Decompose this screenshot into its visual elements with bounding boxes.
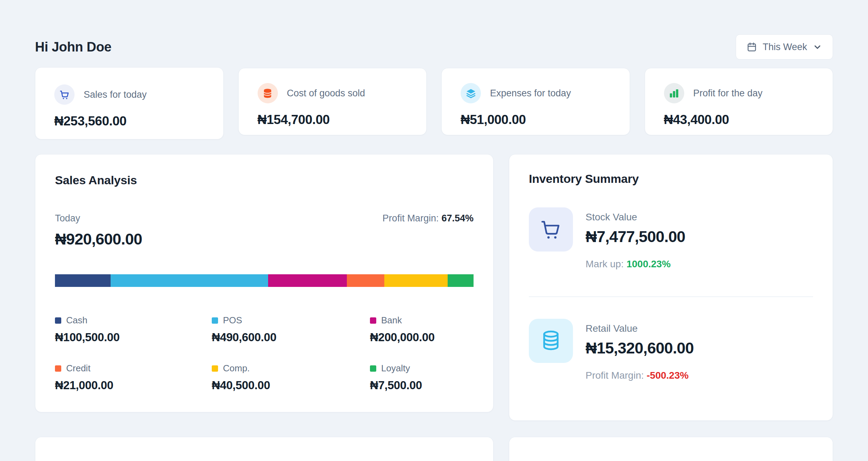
bar-segment-comp: [384, 274, 448, 287]
date-range-button[interactable]: This Week: [736, 34, 833, 60]
divider: [529, 296, 813, 297]
legend-label: Cash: [66, 315, 88, 326]
stats-row: Sales for today ₦253,560.00 Cost of good…: [35, 68, 833, 139]
sales-legend: Cash ₦100,500.00 POS ₦490,600.00 Bank: [55, 315, 474, 392]
stat-card-expenses: Expenses for today ₦51,000.00: [441, 68, 630, 135]
legend-item-cash: Cash ₦100,500.00: [55, 315, 212, 344]
retail-profit-margin-row: Profit Margin:-500.23%: [586, 370, 694, 381]
mark-up-label: Mark up:: [586, 259, 624, 269]
stat-card-profit: Profit for the day ₦43,400.00: [645, 68, 833, 135]
legend-value: ₦100,500.00: [55, 331, 212, 344]
date-range-label: This Week: [763, 42, 807, 53]
stat-value: ₦51,000.00: [461, 112, 611, 127]
stat-label: Profit for the day: [693, 88, 763, 99]
stat-value: ₦154,700.00: [258, 112, 408, 127]
bar-chart-icon: [664, 83, 684, 103]
legend-swatch-credit: [55, 365, 61, 372]
bar-segment-loyalty: [448, 274, 474, 287]
page-title: Hi John Doe: [35, 40, 111, 55]
legend-swatch-pos: [212, 317, 218, 324]
legend-swatch-loyalty: [370, 365, 376, 372]
retail-profit-margin-label: Profit Margin:: [586, 370, 644, 381]
database-icon: [258, 83, 278, 103]
legend-value: ₦40,500.00: [212, 379, 370, 392]
legend-value: ₦7,500.00: [370, 379, 474, 392]
profit-margin-row: Profit Margin:67.54%: [383, 213, 474, 224]
legend-item-credit: Credit ₦21,000.00: [55, 363, 212, 392]
layers-icon: [461, 83, 481, 103]
stat-card-cogs: Cost of goods sold ₦154,700.00: [238, 68, 427, 135]
mark-up-row: Mark up:1000.23%: [586, 259, 685, 270]
main-content: Sales Analysis Today ₦920,600.00 Profit …: [35, 154, 833, 421]
legend-item-loyalty: Loyalty ₦7,500.00: [370, 363, 474, 392]
retail-value-label: Retail Value: [586, 323, 694, 334]
chevron-down-icon: [813, 42, 822, 52]
stock-value-label: Stock Value: [586, 212, 685, 223]
sales-total-value: ₦920,600.00: [55, 230, 142, 248]
cart-icon: [54, 84, 75, 105]
legend-value: ₦490,600.00: [212, 331, 370, 344]
legend-value: ₦200,000.00: [370, 331, 474, 344]
cart-icon: [529, 207, 573, 252]
profit-margin-label: Profit Margin:: [383, 213, 439, 223]
stat-card-sales: Sales for today ₦253,560.00: [35, 67, 224, 139]
legend-label: Loyalty: [381, 363, 410, 374]
database-stack-icon: [529, 319, 573, 363]
sales-analysis-title: Sales Analysis: [55, 173, 474, 187]
bottom-row: [35, 437, 833, 461]
dashboard-page: Hi John Doe This Week: [0, 0, 868, 461]
card-stub-left: [35, 437, 493, 461]
bar-segment-pos: [111, 274, 268, 287]
stat-label: Expenses for today: [490, 88, 571, 99]
mark-up-value: 1000.23%: [626, 259, 671, 269]
legend-value: ₦21,000.00: [55, 379, 212, 392]
stat-value: ₦253,560.00: [54, 114, 204, 129]
inventory-summary-card: Inventory Summary Stock Value ₦7,477,500…: [509, 154, 833, 421]
stat-label: Sales for today: [84, 89, 147, 100]
legend-item-bank: Bank ₦200,000.00: [370, 315, 474, 344]
stock-value-row: Stock Value ₦7,477,500.00 Mark up:1000.2…: [529, 207, 813, 270]
legend-swatch-bank: [370, 317, 376, 324]
bar-segment-cash: [55, 274, 111, 287]
stat-value: ₦43,400.00: [664, 112, 814, 127]
retail-value-row: Retail Value ₦15,320,600.00 Profit Margi…: [529, 319, 813, 381]
retail-profit-margin-value: -500.23%: [647, 370, 689, 381]
legend-swatch-comp: [212, 365, 218, 372]
legend-item-comp: Comp. ₦40,500.00: [212, 363, 370, 392]
bar-segment-credit: [347, 274, 385, 287]
legend-label: Bank: [381, 315, 402, 326]
legend-item-pos: POS ₦490,600.00: [212, 315, 370, 344]
calendar-icon: [747, 42, 757, 52]
inventory-summary-title: Inventory Summary: [529, 172, 813, 186]
stat-label: Cost of goods sold: [287, 88, 365, 99]
profit-margin-value: 67.54%: [441, 213, 474, 223]
retail-value-amount: ₦15,320,600.00: [586, 339, 694, 357]
period-label: Today: [55, 213, 142, 224]
card-stub-right: [509, 437, 833, 461]
sales-distribution-bar: [55, 274, 474, 287]
legend-swatch-cash: [55, 317, 61, 324]
sales-total-block: Today ₦920,600.00: [55, 213, 142, 248]
legend-label: Comp.: [223, 363, 250, 374]
header: Hi John Doe This Week: [35, 0, 833, 60]
bar-segment-bank: [268, 274, 347, 287]
legend-label: POS: [223, 315, 242, 326]
sales-analysis-card: Sales Analysis Today ₦920,600.00 Profit …: [35, 154, 493, 412]
legend-label: Credit: [66, 363, 90, 374]
stock-value-amount: ₦7,477,500.00: [586, 228, 685, 246]
